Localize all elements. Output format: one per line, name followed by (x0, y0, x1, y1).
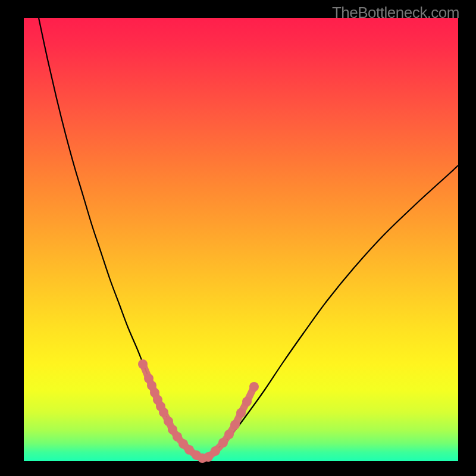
curve-left (39, 18, 202, 458)
curve-layer (24, 18, 458, 461)
marker-dot (230, 420, 240, 430)
marker-dot (236, 408, 246, 418)
plot-area (24, 18, 458, 461)
marker-dot (138, 359, 148, 369)
marker-dot (159, 408, 168, 417)
marker-dot (211, 446, 220, 456)
markers (138, 359, 259, 463)
marker-dot (249, 382, 259, 392)
marker-dot (164, 416, 173, 426)
chart-frame: TheBottleneck.com (0, 0, 476, 476)
marker-dot (218, 438, 228, 447)
marker-dot (242, 397, 252, 406)
watermark-text: TheBottleneck.com (332, 4, 459, 22)
marker-dot (224, 430, 234, 439)
